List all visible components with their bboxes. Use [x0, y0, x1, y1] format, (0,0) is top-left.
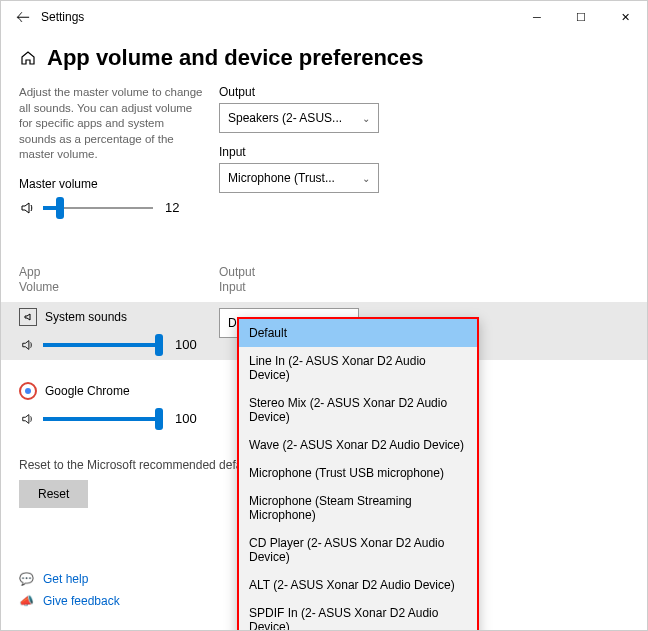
dropdown-option[interactable]: ALT (2- ASUS Xonar D2 Audio Device) — [239, 571, 477, 599]
dropdown-option[interactable]: Default — [239, 319, 477, 347]
give-feedback-link[interactable]: 📣 Give feedback — [19, 594, 120, 608]
input-options-dropdown[interactable]: Default Line In (2- ASUS Xonar D2 Audio … — [237, 317, 479, 631]
chevron-down-icon: ⌄ — [362, 113, 370, 124]
output-selected: Speakers (2- ASUS... — [228, 111, 342, 125]
input-label: Input — [219, 145, 629, 159]
dropdown-option[interactable]: Microphone (Steam Streaming Microphone) — [239, 487, 477, 529]
description-text: Adjust the master volume to change all s… — [19, 85, 203, 163]
app-volume-value: 100 — [175, 411, 197, 426]
help-icon: 💬 — [19, 572, 35, 586]
back-button[interactable]: 🡠 — [9, 3, 37, 31]
speaker-icon[interactable] — [19, 199, 37, 217]
speaker-icon[interactable] — [19, 336, 37, 354]
feedback-icon: 📣 — [19, 594, 35, 608]
dropdown-option[interactable]: Wave (2- ASUS Xonar D2 Audio Device) — [239, 431, 477, 459]
reset-button[interactable]: Reset — [19, 480, 88, 508]
dropdown-option[interactable]: SPDIF In (2- ASUS Xonar D2 Audio Device) — [239, 599, 477, 631]
window-title: Settings — [41, 10, 84, 24]
link-text: Give feedback — [43, 594, 120, 608]
link-text: Get help — [43, 572, 88, 586]
dropdown-option[interactable]: Microphone (Trust USB microphone) — [239, 459, 477, 487]
chrome-icon — [19, 382, 37, 400]
master-volume-slider[interactable] — [43, 199, 153, 217]
app-volume-slider[interactable] — [43, 410, 163, 428]
minimize-button[interactable]: ─ — [515, 2, 559, 32]
speaker-icon[interactable] — [19, 410, 37, 428]
output-dropdown[interactable]: Speakers (2- ASUS... ⌄ — [219, 103, 379, 133]
output-label: Output — [219, 85, 629, 99]
get-help-link[interactable]: 💬 Get help — [19, 572, 120, 586]
dropdown-option[interactable]: CD Player (2- ASUS Xonar D2 Audio Device… — [239, 529, 477, 571]
master-volume-value: 12 — [165, 200, 179, 215]
chevron-down-icon: ⌄ — [362, 173, 370, 184]
close-button[interactable]: ✕ — [603, 2, 647, 32]
app-volume-header: App Volume — [19, 265, 219, 296]
home-icon[interactable] — [19, 49, 37, 67]
reset-text: Reset to the Microsoft recommended defau — [19, 458, 249, 472]
input-selected: Microphone (Trust... — [228, 171, 335, 185]
app-name-label: System sounds — [45, 310, 127, 324]
system-sounds-icon — [19, 308, 37, 326]
maximize-button[interactable]: ☐ — [559, 2, 603, 32]
output-input-header: Output Input — [219, 265, 255, 296]
app-name-label: Google Chrome — [45, 384, 130, 398]
page-title: App volume and device preferences — [47, 45, 424, 71]
app-volume-slider[interactable] — [43, 336, 163, 354]
input-dropdown[interactable]: Microphone (Trust... ⌄ — [219, 163, 379, 193]
master-volume-label: Master volume — [19, 177, 203, 191]
app-volume-value: 100 — [175, 337, 197, 352]
dropdown-option[interactable]: Line In (2- ASUS Xonar D2 Audio Device) — [239, 347, 477, 389]
dropdown-option[interactable]: Stereo Mix (2- ASUS Xonar D2 Audio Devic… — [239, 389, 477, 431]
